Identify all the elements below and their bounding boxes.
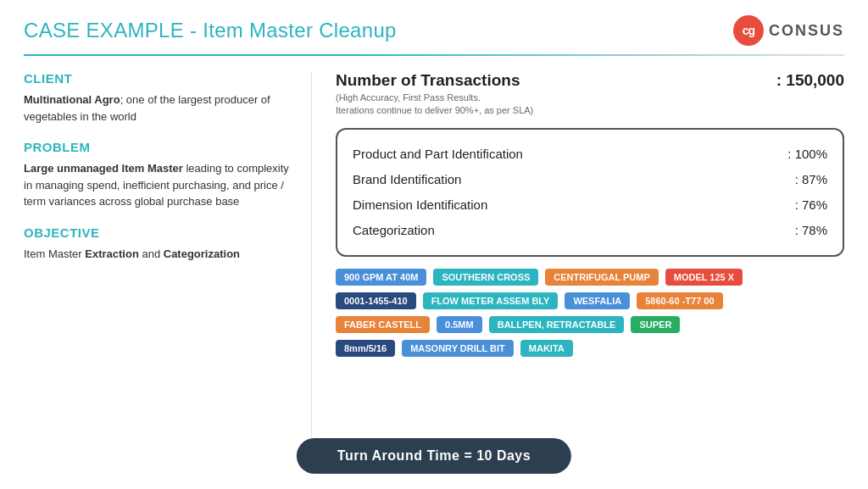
- stat-value-3: : 76%: [795, 195, 827, 215]
- main-content: CLIENT Multinational Agro; one of the la…: [0, 56, 868, 477]
- objective-section: OBJECTIVE Item Master Extraction and Cat…: [24, 225, 291, 263]
- logo: cg consus: [733, 15, 844, 46]
- transactions-subtitle: (High Accuracy, First Pass Results.Itera…: [336, 92, 844, 118]
- problem-label: PROBLEM: [24, 140, 291, 154]
- page: CASE EXAMPLE - Item Master Cleanup cg co…: [0, 0, 868, 489]
- tag-0001: 0001-1455-410: [336, 292, 416, 309]
- tag-masonry: MASONRY DRILL BIT: [402, 340, 514, 357]
- tag-makita: MAKITA: [520, 340, 573, 357]
- stat-value-2: : 87%: [795, 169, 827, 190]
- logo-circle: cg: [733, 15, 764, 46]
- tag-05mm: 0.5MM: [437, 316, 482, 333]
- tag-super: SUPER: [631, 316, 680, 333]
- tag-row-3: FABER CASTELL 0.5MM BALLPEN, RETRACTABLE…: [336, 316, 844, 333]
- stat-label-4: Categorization: [353, 220, 435, 241]
- tag-model125x: MODEL 125 X: [665, 269, 743, 286]
- transactions-header: Number of Transactions : 150,000: [336, 71, 844, 90]
- tag-row-1: 900 GPM AT 40M SOUTHERN CROSS CENTRIFUGA…: [336, 269, 844, 286]
- problem-text: Large unmanaged Item Master leading to c…: [24, 160, 291, 210]
- stat-row-3: Dimension Identification : 76%: [353, 192, 827, 218]
- tag-faber: FABER CASTELL: [336, 316, 430, 333]
- logo-initials: cg: [743, 24, 754, 37]
- stat-row-1: Product and Part Identification : 100%: [353, 142, 827, 167]
- stat-value-1: : 100%: [787, 144, 827, 164]
- transactions-title: Number of Transactions: [336, 71, 520, 90]
- stats-box: Product and Part Identification : 100% B…: [336, 128, 844, 257]
- stat-value-4: : 78%: [795, 220, 827, 241]
- stat-label-1: Product and Part Identification: [353, 144, 523, 164]
- client-text: Multinational Agro; one of the largest p…: [24, 92, 291, 125]
- tag-southern-cross: SOUTHERN CROSS: [433, 269, 538, 286]
- objective-text: Item Master Extraction and Categorizatio…: [24, 246, 291, 263]
- tag-row-2: 0001-1455-410 FLOW METER ASSEM BLY WESFA…: [336, 292, 844, 309]
- problem-section: PROBLEM Large unmanaged Item Master lead…: [24, 140, 291, 210]
- right-panel: Number of Transactions : 150,000 (High A…: [332, 71, 844, 469]
- tat-banner: Turn Around Time = 10 Days: [297, 438, 571, 474]
- tag-flow-meter: FLOW METER ASSEM BLY: [423, 292, 559, 309]
- tag-900gpm: 900 GPM AT 40M: [336, 269, 426, 286]
- header: CASE EXAMPLE - Item Master Cleanup cg co…: [0, 0, 868, 54]
- page-title: CASE EXAMPLE - Item Master Cleanup: [24, 19, 397, 42]
- client-label: CLIENT: [24, 71, 291, 86]
- transactions-value: : 150,000: [776, 71, 844, 90]
- tag-row-4: 8mm/5/16 MASONRY DRILL BIT MAKITA: [336, 340, 844, 357]
- objective-label: OBJECTIVE: [24, 225, 291, 240]
- stat-row-2: Brand Identification : 87%: [353, 167, 827, 192]
- tag-ballpen: BALLPEN, RETRACTABLE: [489, 316, 625, 333]
- stat-label-2: Brand Identification: [353, 169, 461, 190]
- client-section: CLIENT Multinational Agro; one of the la…: [24, 71, 291, 125]
- logo-name: consus: [769, 22, 844, 40]
- stat-label-3: Dimension Identification: [353, 195, 487, 215]
- tag-centrifugal-pump: CENTRIFUGAL PUMP: [545, 269, 658, 286]
- tag-wesfalia: WESFALIA: [565, 292, 630, 309]
- stat-row-4: Categorization : 78%: [353, 218, 827, 243]
- tag-5860: 5860-60 -T77 00: [637, 292, 722, 309]
- tag-8mm: 8mm/5/16: [336, 340, 395, 357]
- left-panel: CLIENT Multinational Agro; one of the la…: [24, 71, 312, 469]
